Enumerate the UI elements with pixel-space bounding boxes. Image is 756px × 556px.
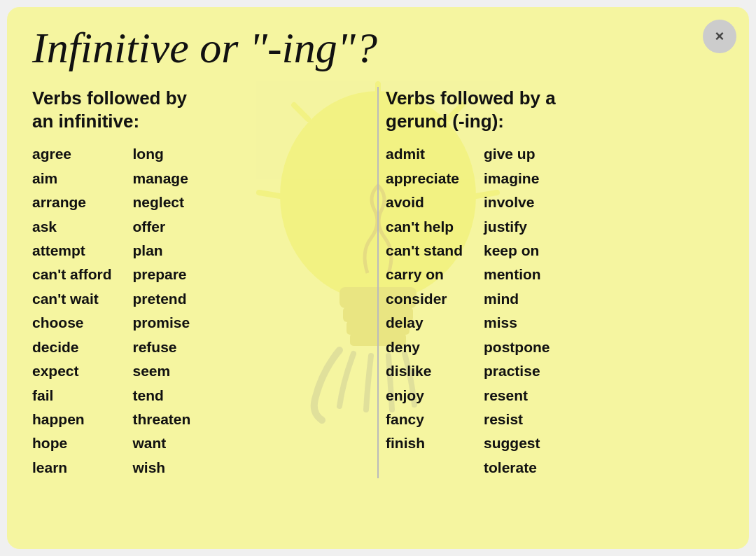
- list-item: can't wait: [32, 289, 112, 310]
- list-item: prepare: [133, 264, 191, 285]
- list-item: finish: [386, 433, 463, 454]
- page-title: Infinitive or "-ing"?: [32, 24, 724, 71]
- list-item: tolerate: [484, 457, 550, 478]
- list-item: threaten: [133, 409, 191, 430]
- list-item: appreciate: [386, 168, 463, 189]
- list-item: seem: [133, 361, 191, 382]
- list-item: learn: [32, 457, 112, 478]
- list-item: imagine: [484, 168, 550, 189]
- list-item: give up: [484, 144, 550, 165]
- infinitive-col2: longmanageneglectofferplanpreparepretend…: [133, 144, 191, 478]
- list-item: plan: [133, 240, 191, 261]
- list-item: ask: [32, 216, 112, 237]
- list-item: fail: [32, 385, 112, 406]
- list-item: refuse: [133, 337, 191, 358]
- list-item: promise: [133, 312, 191, 333]
- list-item: can't help: [386, 216, 463, 237]
- list-item: choose: [32, 312, 112, 333]
- list-item: delay: [386, 312, 463, 333]
- list-item: practise: [484, 361, 550, 382]
- list-item: can't afford: [32, 264, 112, 285]
- list-item: dislike: [386, 361, 463, 382]
- infinitive-col1: agreeaimarrangeaskattemptcan't affordcan…: [32, 144, 112, 478]
- infinitive-words-grid: agreeaimarrangeaskattemptcan't affordcan…: [32, 144, 370, 478]
- list-item: pretend: [133, 289, 191, 310]
- list-item: resist: [484, 409, 550, 430]
- list-item: consider: [386, 289, 463, 310]
- list-item: decide: [32, 337, 112, 358]
- gerund-col2: give upimagineinvolvejustifykeep onmenti…: [484, 144, 550, 478]
- list-item: want: [133, 433, 191, 454]
- list-item: involve: [484, 192, 550, 213]
- list-item: carry on: [386, 264, 463, 285]
- close-button[interactable]: ×: [703, 20, 736, 53]
- list-item: arrange: [32, 192, 112, 213]
- list-item: happen: [32, 409, 112, 430]
- list-item: fancy: [386, 409, 463, 430]
- list-item: avoid: [386, 192, 463, 213]
- list-item: miss: [484, 312, 550, 333]
- list-item: can't stand: [386, 240, 463, 261]
- list-item: justify: [484, 216, 550, 237]
- list-item: enjoy: [386, 385, 463, 406]
- list-item: resent: [484, 385, 550, 406]
- list-item: wish: [133, 457, 191, 478]
- gerund-col1: admitappreciateavoidcan't helpcan't stan…: [386, 144, 463, 478]
- close-icon: ×: [715, 27, 724, 46]
- infinitive-section-title: Verbs followed by an infinitive:: [32, 87, 370, 132]
- list-item: neglect: [133, 192, 191, 213]
- list-item: tend: [133, 385, 191, 406]
- list-item: offer: [133, 216, 191, 237]
- list-item: hope: [32, 433, 112, 454]
- list-item: attempt: [32, 240, 112, 261]
- list-item: suggest: [484, 433, 550, 454]
- list-item: long: [133, 144, 191, 165]
- list-item: aim: [32, 168, 112, 189]
- main-card: × Infinitive or "-ing"? Verbs followed b…: [7, 7, 749, 549]
- infinitive-section: Verbs followed by an infinitive: agreeai…: [32, 87, 370, 478]
- list-item: manage: [133, 168, 191, 189]
- list-item: expect: [32, 361, 112, 382]
- gerund-words-grid: admitappreciateavoidcan't helpcan't stan…: [386, 144, 724, 478]
- content-area: Verbs followed by an infinitive: agreeai…: [32, 87, 724, 478]
- list-item: mention: [484, 264, 550, 285]
- list-item: mind: [484, 289, 550, 310]
- list-item: agree: [32, 144, 112, 165]
- section-divider: [377, 87, 379, 478]
- list-item: deny: [386, 337, 463, 358]
- list-item: keep on: [484, 240, 550, 261]
- list-item: admit: [386, 144, 463, 165]
- list-item: postpone: [484, 337, 550, 358]
- gerund-section-title: Verbs followed by a gerund (-ing):: [386, 87, 724, 132]
- gerund-section: Verbs followed by a gerund (-ing): admit…: [386, 87, 724, 478]
